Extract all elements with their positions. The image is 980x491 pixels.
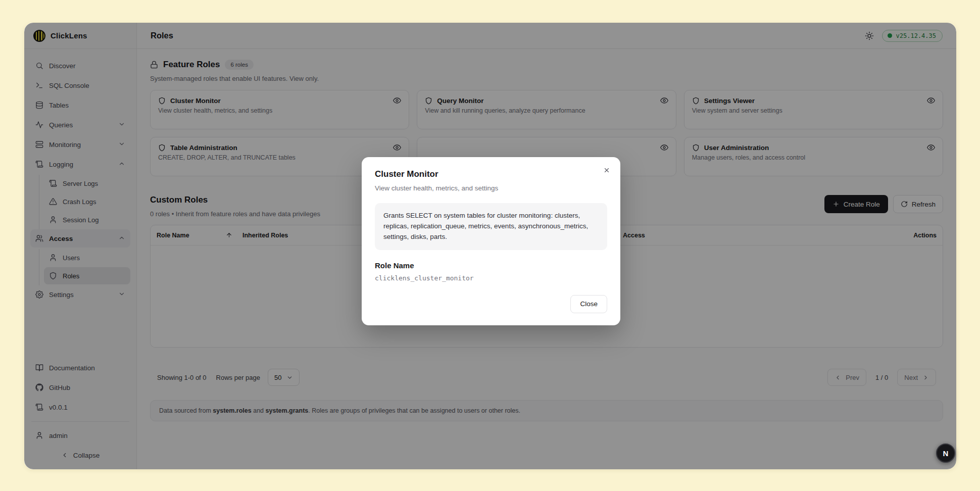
grant-description-box: Grants SELECT on system tables for clust… [375, 203, 607, 250]
close-button[interactable]: Close [570, 295, 607, 313]
cluster-monitor-modal: Cluster Monitor View cluster health, met… [362, 157, 620, 325]
close-icon[interactable] [601, 165, 612, 176]
role-name-label: Role Name [375, 261, 607, 270]
modal-subtitle: View cluster health, metrics, and settin… [375, 184, 607, 192]
floating-avatar[interactable]: N [936, 444, 955, 463]
role-name-value: clicklens_cluster_monitor [375, 274, 607, 282]
modal-title: Cluster Monitor [375, 169, 607, 179]
